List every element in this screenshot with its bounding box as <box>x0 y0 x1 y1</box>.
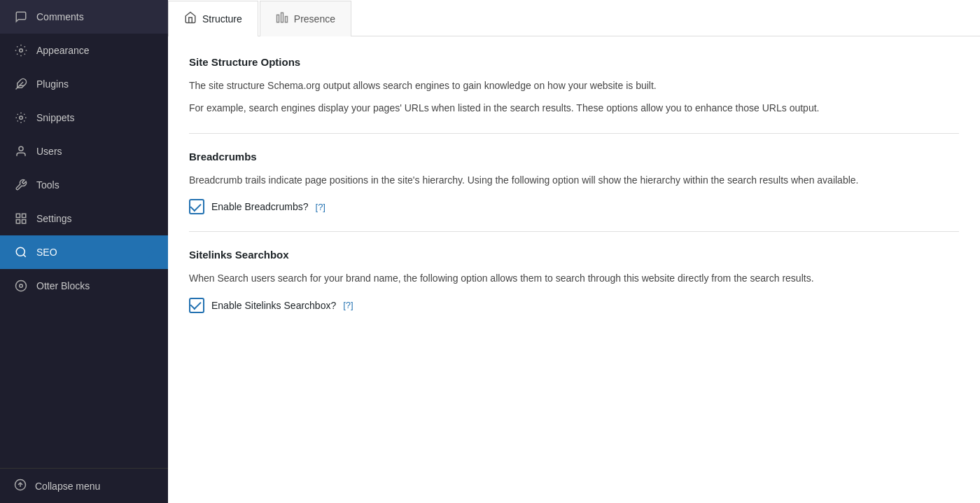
enable-breadcrumbs-checkbox[interactable] <box>189 199 204 214</box>
structure-tab-icon <box>184 11 197 27</box>
sitelinks-checkbox-label: Enable Sitelinks Searchbox? <box>211 300 336 311</box>
sidebar-item-appearance[interactable]: Appearance <box>0 34 168 67</box>
collapse-menu-label: Collapse menu <box>35 481 100 492</box>
active-indicator <box>148 247 154 258</box>
tab-structure[interactable]: Structure <box>168 1 258 36</box>
svg-rect-5 <box>16 214 20 217</box>
breadcrumbs-desc: Breadcrumb trails indicate page position… <box>189 172 959 188</box>
sidebar-item-settings[interactable]: Settings <box>0 202 168 235</box>
svg-point-12 <box>20 284 23 288</box>
svg-rect-7 <box>22 220 26 223</box>
tab-presence[interactable]: Presence <box>260 1 351 36</box>
sidebar-item-users-label: Users <box>36 146 62 157</box>
sidebar-item-comments-label: Comments <box>36 11 84 22</box>
breadcrumbs-help-link[interactable]: [?] <box>316 202 326 212</box>
sidebar-item-plugins-label: Plugins <box>36 78 69 90</box>
tools-icon <box>14 178 28 192</box>
breadcrumbs-checkbox-label: Enable Breadcrumbs? <box>211 201 309 212</box>
otter-blocks-icon <box>14 279 28 293</box>
sidebar-item-plugins[interactable]: Plugins <box>0 67 168 101</box>
breadcrumbs-checkbox-row: Enable Breadcrumbs? [?] <box>189 199 959 214</box>
svg-rect-16 <box>281 13 283 22</box>
sidebar-item-comments[interactable]: Comments <box>0 0 168 34</box>
svg-point-4 <box>19 146 23 151</box>
plugins-icon <box>14 77 28 91</box>
comments-icon <box>14 10 28 24</box>
sitelinks-title: Sitelinks Searchbox <box>189 249 959 261</box>
sidebar-item-otter-blocks-label: Otter Blocks <box>36 280 90 291</box>
sidebar-item-seo-label: SEO <box>36 247 57 258</box>
sitelinks-checkbox-row: Enable Sitelinks Searchbox? [?] <box>189 298 959 313</box>
svg-rect-17 <box>285 17 287 22</box>
sidebar-item-tools[interactable]: Tools <box>0 168 168 202</box>
sidebar-item-appearance-label: Appearance <box>36 45 90 56</box>
breadcrumbs-title: Breadcrumbs <box>189 151 959 163</box>
site-structure-title: Site Structure Options <box>189 56 959 68</box>
sidebar-item-settings-label: Settings <box>36 213 72 224</box>
svg-rect-6 <box>22 214 26 217</box>
sidebar-item-seo[interactable]: SEO <box>0 235 168 269</box>
svg-rect-8 <box>16 220 20 223</box>
collapse-menu[interactable]: Collapse menu <box>0 468 168 503</box>
collapse-icon <box>14 478 27 493</box>
tab-presence-label: Presence <box>294 13 335 25</box>
content-area: Site Structure Options The site structur… <box>168 36 980 333</box>
main-content: Structure Presence Site Structure Option… <box>168 0 980 503</box>
divider-2 <box>189 231 959 232</box>
settings-icon <box>14 212 28 226</box>
svg-point-9 <box>16 247 24 256</box>
presence-tab-icon <box>276 11 288 27</box>
sidebar-item-snippets[interactable]: Snippets <box>0 101 168 135</box>
appearance-icon <box>14 43 28 57</box>
site-structure-desc1: The site structure Schema.org output all… <box>189 78 959 93</box>
site-structure-desc2: For example, search engines display your… <box>189 100 959 116</box>
svg-line-10 <box>23 254 25 256</box>
sitelinks-help-link[interactable]: [?] <box>343 300 353 310</box>
breadcrumbs-section: Breadcrumbs Breadcrumb trails indicate p… <box>189 151 959 214</box>
sitelinks-section: Sitelinks Searchbox When Search users se… <box>189 249 959 312</box>
svg-point-11 <box>16 281 27 291</box>
svg-rect-15 <box>276 15 279 22</box>
tab-bar: Structure Presence <box>168 0 980 36</box>
seo-icon <box>14 245 28 259</box>
sidebar-item-tools-label: Tools <box>36 179 59 191</box>
snippets-icon <box>14 111 28 125</box>
svg-point-3 <box>20 116 23 120</box>
sidebar-item-otter-blocks[interactable]: Otter Blocks <box>0 269 168 303</box>
enable-sitelinks-checkbox[interactable] <box>189 298 204 313</box>
site-structure-section: Site Structure Options The site structur… <box>189 56 959 116</box>
sidebar-item-users[interactable]: Users <box>0 135 168 168</box>
sidebar-item-snippets-label: Snippets <box>36 112 74 123</box>
divider-1 <box>189 133 959 134</box>
svg-point-0 <box>20 49 23 53</box>
tab-structure-label: Structure <box>202 13 242 25</box>
users-icon <box>14 144 28 158</box>
sitelinks-desc: When Search users search for your brand … <box>189 270 959 286</box>
sidebar: Comments Appearance Plugins Snippets Use… <box>0 0 168 503</box>
